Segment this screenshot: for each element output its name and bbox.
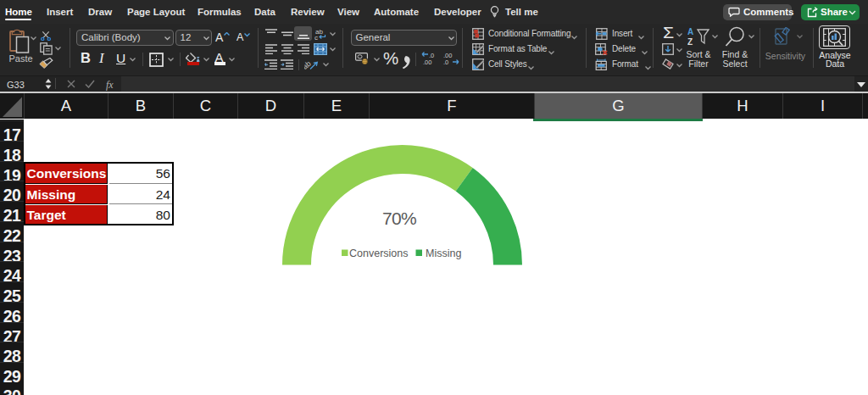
svg-text:Conversions: Conversions <box>349 248 408 259</box>
svg-text:Missing: Missing <box>426 248 461 259</box>
svg-text:.00: .00 <box>423 58 431 65</box>
svg-text:.0: .0 <box>443 58 448 65</box>
svg-text:c: c <box>314 34 318 41</box>
svg-text:A: A <box>687 27 693 36</box>
svg-text:70%: 70% <box>382 209 416 228</box>
svg-text:Z: Z <box>687 37 693 47</box>
